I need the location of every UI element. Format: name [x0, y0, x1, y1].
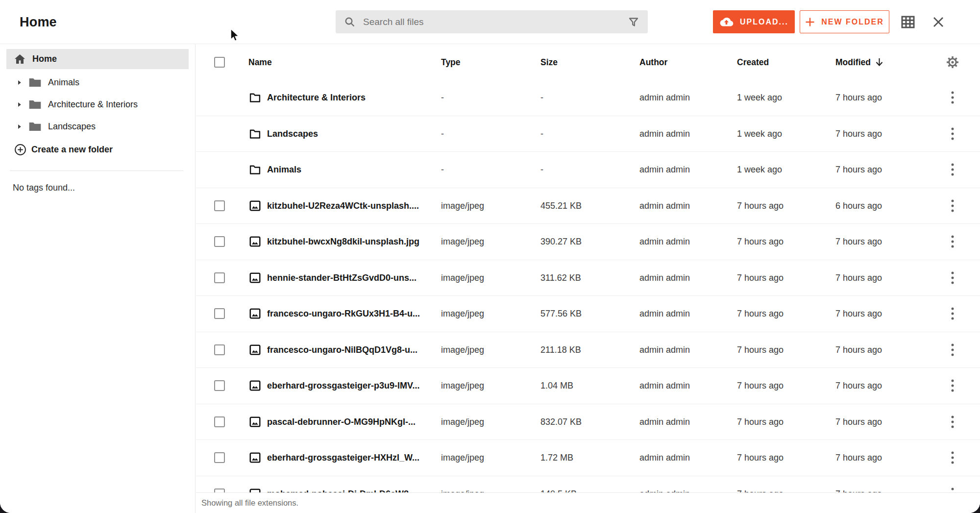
column-header-modified[interactable]: Modified [835, 57, 883, 67]
row-actions-menu-button[interactable] [944, 160, 961, 179]
folder-outline-icon [248, 163, 262, 176]
new-folder-button[interactable]: NEW FOLDER [800, 10, 889, 33]
table-row[interactable]: francesco-ungaro-RkGUx3H1-B4-u... image/… [196, 296, 980, 332]
column-header-size[interactable]: Size [540, 57, 558, 67]
file-name[interactable]: mohamed-nohassi-Di-DmLD6cW8-... [267, 489, 419, 492]
table-row[interactable]: kitzbuhel-U2Reza4WCtk-unsplash.... image… [196, 188, 980, 224]
file-size: 211.18 KB [540, 344, 581, 355]
row-actions-menu-button[interactable] [944, 304, 961, 323]
file-name[interactable]: pascal-debrunner-O-MG9HpNKgI-... [267, 416, 416, 427]
file-name[interactable]: eberhard-grossgasteiger-p3u9-lMV... [267, 381, 419, 391]
kebab-menu-icon [951, 234, 955, 249]
search-input[interactable] [362, 16, 621, 28]
row-actions-menu-button[interactable] [944, 412, 961, 432]
file-name[interactable]: eberhard-grossgasteiger-HXHzI_W... [267, 453, 419, 463]
row-checkbox[interactable] [214, 236, 225, 247]
grid-view-button[interactable] [901, 15, 915, 29]
file-type: image/jpeg [441, 344, 484, 355]
file-modified: 7 hours ago [835, 344, 882, 355]
table-row[interactable]: kitzbuhel-bwcxNg8dkiI-unsplash.jpg image… [196, 224, 980, 260]
sidebar-folder-label: Architecture & Interiors [48, 99, 138, 110]
row-actions-menu-button[interactable] [944, 232, 961, 251]
row-actions-menu-button[interactable] [944, 484, 961, 492]
table-body: Architecture & Interiors - - admin admin… [196, 80, 980, 492]
row-checkbox[interactable] [214, 452, 225, 463]
caret-right-icon[interactable] [16, 79, 23, 86]
image-file-icon [248, 488, 262, 492]
sidebar-folder-landscapes[interactable]: Landscapes [0, 116, 195, 138]
kebab-menu-icon [951, 306, 955, 321]
row-actions-menu-button[interactable] [944, 124, 961, 144]
row-checkbox[interactable] [214, 308, 225, 319]
row-checkbox[interactable] [214, 272, 225, 283]
file-author: admin admin [639, 128, 690, 139]
file-author: admin admin [639, 309, 690, 319]
table-row[interactable]: Landscapes - - admin admin 1 week ago 7 … [196, 116, 980, 152]
file-name[interactable]: kitzbuhel-U2Reza4WCtk-unsplash.... [267, 200, 419, 211]
table-row[interactable]: Animals - - admin admin 1 week ago 7 hou… [196, 152, 980, 188]
sidebar-folder-label: Animals [48, 77, 79, 88]
search-bar[interactable] [336, 10, 648, 33]
upload-button-label: UPLOAD... [740, 18, 788, 26]
row-checkbox[interactable] [214, 380, 225, 391]
column-header-author[interactable]: Author [639, 57, 667, 67]
image-file-icon [248, 271, 262, 284]
file-name[interactable]: kitzbuhel-bwcxNg8dkiI-unsplash.jpg [267, 237, 419, 247]
file-size: 1.72 MB [540, 453, 573, 463]
file-modified: 7 hours ago [835, 165, 882, 175]
close-button[interactable] [931, 15, 946, 29]
new-folder-button-label: NEW FOLDER [821, 18, 884, 26]
file-name[interactable]: Animals [267, 165, 301, 175]
create-folder-button[interactable]: Create a new folder [0, 139, 195, 161]
sidebar-folder-animals[interactable]: Animals [0, 72, 195, 94]
column-header-type[interactable]: Type [441, 57, 461, 67]
row-actions-menu-button[interactable] [944, 88, 961, 107]
file-size: 390.27 KB [540, 237, 582, 247]
select-all-checkbox[interactable] [214, 57, 225, 68]
file-name[interactable]: francesco-ungaro-NilBQqD1Vg8-u... [267, 344, 417, 355]
file-name[interactable]: Architecture & Interiors [267, 93, 366, 103]
file-type: image/jpeg [441, 272, 484, 283]
table-row[interactable]: Architecture & Interiors - - admin admin… [196, 80, 980, 116]
file-modified: 7 hours ago [835, 309, 882, 319]
caret-right-icon[interactable] [16, 101, 23, 108]
plus-icon [805, 17, 815, 27]
file-name[interactable]: Landscapes [267, 128, 318, 139]
row-checkbox[interactable] [214, 344, 225, 355]
row-checkbox[interactable] [214, 489, 225, 492]
sidebar-folder-architecture-interiors[interactable]: Architecture & Interiors [0, 94, 195, 116]
folder-icon [28, 99, 42, 110]
table-row[interactable]: francesco-ungaro-NilBQqD1Vg8-u... image/… [196, 332, 980, 368]
footer-status-text: Showing all file extensions. [201, 498, 298, 508]
row-actions-menu-button[interactable] [944, 196, 961, 216]
row-actions-menu-button[interactable] [944, 340, 961, 360]
gear-icon [946, 55, 959, 69]
row-actions-menu-button[interactable] [944, 376, 961, 395]
row-checkbox[interactable] [214, 416, 225, 427]
table-row[interactable]: pascal-debrunner-O-MG9HpNKgI-... image/j… [196, 404, 980, 440]
file-name[interactable]: francesco-ungaro-RkGUx3H1-B4-u... [267, 309, 420, 319]
row-checkbox[interactable] [214, 200, 225, 211]
table-row[interactable]: mohamed-nohassi-Di-DmLD6cW8-... image/jp… [196, 476, 980, 493]
column-header-created[interactable]: Created [737, 57, 769, 67]
table-row[interactable]: hennie-stander-BtHtZsGvdD0-uns... image/… [196, 260, 980, 296]
row-actions-menu-button[interactable] [944, 448, 961, 467]
file-size: - [540, 93, 543, 103]
file-author: admin admin [639, 165, 690, 175]
column-header-name[interactable]: Name [248, 57, 272, 67]
table-row[interactable]: eberhard-grossgasteiger-p3u9-lMV... imag… [196, 368, 980, 404]
file-name[interactable]: hennie-stander-BtHtZsGvdD0-uns... [267, 272, 416, 283]
column-settings-button[interactable] [943, 55, 962, 69]
column-header-modified-label: Modified [835, 57, 871, 67]
row-actions-menu-button[interactable] [944, 268, 961, 288]
file-type: image/jpeg [441, 309, 484, 319]
sidebar-item-home[interactable]: Home [6, 49, 189, 69]
table-row[interactable]: eberhard-grossgasteiger-HXHzI_W... image… [196, 440, 980, 476]
filter-icon[interactable] [628, 16, 639, 28]
upload-button[interactable]: UPLOAD... [713, 10, 795, 33]
folder-outline-icon [248, 127, 262, 140]
file-size: 1.04 MB [540, 381, 573, 391]
caret-right-icon[interactable] [16, 123, 23, 130]
file-author: admin admin [639, 93, 690, 103]
create-folder-label: Create a new folder [31, 145, 113, 155]
